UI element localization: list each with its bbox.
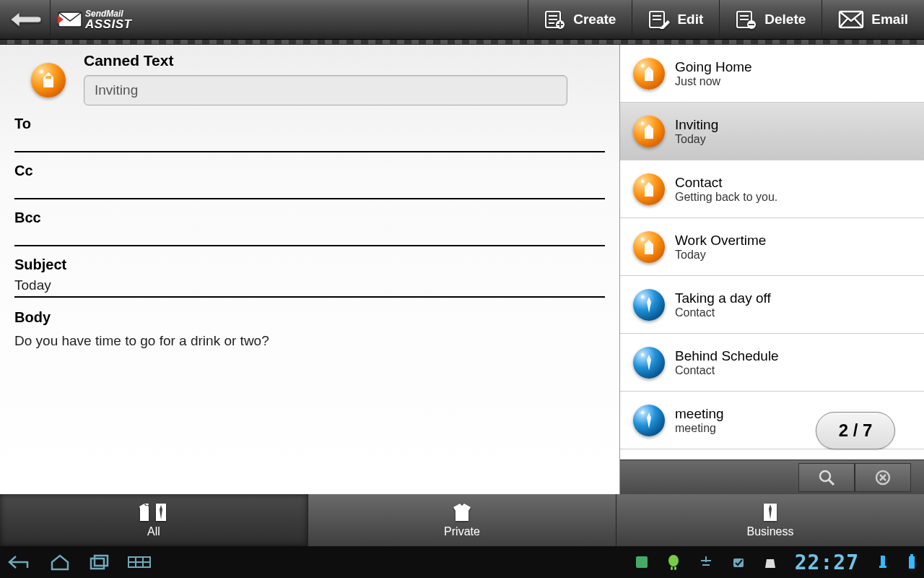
- list-item-subtitle: Getting back to you.: [675, 191, 777, 204]
- template-list[interactable]: Going HomeJust nowInvitingTodayContactGe…: [620, 45, 924, 460]
- canned-text-heading: Canned Text: [84, 52, 605, 69]
- sys-tray-icon-4: [731, 555, 746, 569]
- to-label: To: [14, 116, 605, 132]
- delete-button[interactable]: Delete: [719, 0, 821, 39]
- list-item-title: Behind Schedule: [675, 348, 779, 364]
- tab-private-label: Private: [444, 525, 480, 538]
- shirt-icon: [633, 58, 665, 90]
- shirt-icon: [633, 173, 665, 205]
- sys-tray-icon-2: [666, 554, 681, 570]
- create-label: Create: [573, 12, 616, 27]
- list-item[interactable]: Work OvertimeToday: [620, 218, 924, 276]
- list-item-subtitle: Just now: [675, 75, 752, 88]
- sys-tray-icon-3: [698, 555, 714, 569]
- subject-label: Subject: [14, 256, 605, 273]
- svg-rect-25: [95, 556, 108, 566]
- cc-label: Cc: [14, 163, 605, 179]
- list-item-title: Contact: [675, 175, 777, 191]
- list-item-subtitle: meeting: [675, 422, 724, 435]
- svg-point-17: [820, 471, 830, 481]
- body-label: Body: [14, 309, 605, 326]
- list-item-title: Taking a day off: [675, 290, 771, 306]
- svg-rect-24: [91, 558, 104, 569]
- pager-badge: 2 / 7: [816, 412, 895, 449]
- list-item[interactable]: InvitingToday: [620, 103, 924, 160]
- bcc-label: Bcc: [14, 210, 605, 226]
- sys-recent-icon[interactable]: [88, 553, 110, 571]
- edit-button[interactable]: Edit: [632, 0, 719, 39]
- search-button[interactable]: [798, 463, 855, 492]
- sys-grid-icon[interactable]: [127, 554, 152, 570]
- sys-battery-icon: [907, 554, 917, 570]
- email-label: Email: [871, 12, 908, 27]
- list-item[interactable]: Behind ScheduleContact: [620, 334, 924, 392]
- delete-label: Delete: [764, 12, 806, 27]
- sys-home-icon[interactable]: [49, 553, 71, 571]
- brand-logo: SendMail ASSIST: [51, 0, 139, 39]
- shirt-icon: [633, 116, 665, 147]
- email-button[interactable]: Email: [821, 0, 924, 39]
- edit-label: Edit: [677, 12, 703, 27]
- list-item-title: meeting: [675, 406, 724, 422]
- tab-business-label: Business: [747, 525, 794, 538]
- brand-line2: ASSIST: [85, 18, 131, 30]
- tab-all[interactable]: All: [0, 494, 308, 546]
- list-item-title: Work Overtime: [675, 233, 766, 249]
- svg-rect-32: [671, 566, 673, 570]
- list-item[interactable]: ContactGetting back to you.: [620, 160, 924, 218]
- sys-wifi-icon: [876, 554, 889, 570]
- svg-point-31: [668, 555, 679, 566]
- list-item-title: Going Home: [675, 59, 752, 75]
- brand-line1: SendMail: [85, 9, 131, 18]
- sys-back-icon[interactable]: [7, 554, 32, 570]
- ruler-decoration: [0, 40, 924, 45]
- clear-button[interactable]: [855, 463, 911, 492]
- tab-private[interactable]: Private: [308, 494, 616, 546]
- list-item-subtitle: Today: [675, 133, 718, 146]
- tab-all-label: All: [147, 525, 160, 538]
- svg-rect-30: [636, 556, 648, 568]
- subject-field[interactable]: Today: [14, 273, 605, 293]
- shirt-icon: [633, 231, 665, 263]
- svg-line-18: [829, 480, 834, 485]
- back-button[interactable]: [0, 0, 51, 39]
- list-item-title: Inviting: [675, 117, 718, 133]
- to-field[interactable]: [14, 134, 605, 152]
- list-item-subtitle: Today: [675, 249, 766, 262]
- svg-rect-34: [733, 558, 744, 567]
- create-button[interactable]: Create: [528, 0, 632, 39]
- list-item[interactable]: Going HomeJust now: [620, 45, 924, 103]
- tie-icon: [633, 405, 665, 436]
- list-item[interactable]: Taking a day offContact: [620, 276, 924, 334]
- svg-rect-38: [910, 554, 913, 556]
- canned-text-name-input[interactable]: [84, 75, 567, 105]
- body-field[interactable]: Do you have time to go for a drink or tw…: [14, 333, 605, 349]
- bcc-field[interactable]: [14, 228, 605, 246]
- list-item-subtitle: Contact: [675, 364, 779, 377]
- tab-business[interactable]: Business: [616, 494, 924, 546]
- cc-field[interactable]: [14, 181, 605, 199]
- sys-tray-icon-5: [763, 555, 777, 569]
- svg-rect-33: [674, 566, 676, 570]
- svg-rect-37: [909, 556, 915, 569]
- sys-tray-icon-1: [635, 555, 649, 569]
- svg-rect-35: [881, 556, 885, 566]
- list-item-subtitle: Contact: [675, 306, 771, 319]
- sys-clock: 22:27: [795, 551, 859, 574]
- canned-text-icon: [23, 55, 74, 105]
- tie-icon: [633, 289, 665, 321]
- tie-icon: [633, 347, 665, 379]
- svg-rect-36: [879, 566, 886, 568]
